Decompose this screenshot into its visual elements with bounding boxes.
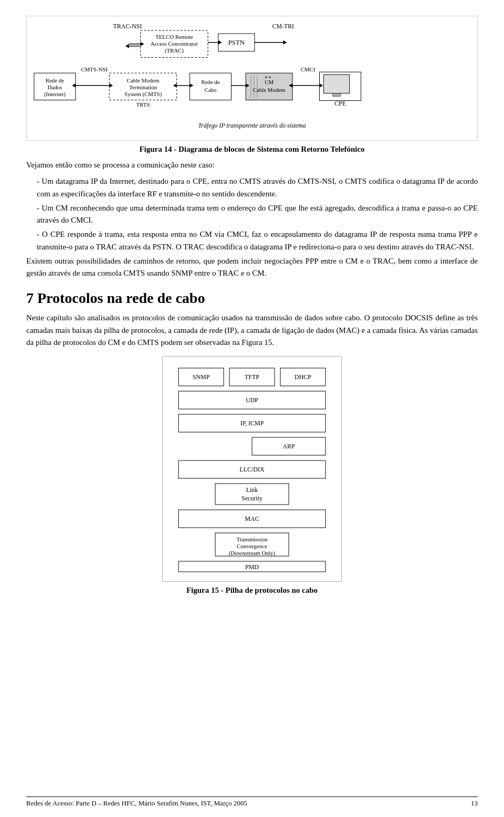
main-content: TRAC-NSI TELCO Remote Access Concentrato… bbox=[26, 16, 478, 785]
paragraph2: - Um CM reconhecendo que uma determinada… bbox=[26, 202, 478, 227]
cm-tri-label: CM-TRI bbox=[272, 23, 295, 30]
section7-title: 7 Protocolos na rede de cabo bbox=[26, 290, 478, 307]
cm-t2: Cable Modem bbox=[253, 87, 286, 93]
paragraph4: Existem outras possibilidades de caminho… bbox=[26, 255, 478, 280]
udp-label: UDP bbox=[246, 396, 258, 404]
protocol-stack-svg: SNMP TFTP DHCP UDP IP, ICMP ARP bbox=[173, 363, 331, 573]
top-diagram: TRAC-NSI TELCO Remote Access Concentrato… bbox=[26, 16, 478, 141]
trac-nsi-label: TRAC-NSI bbox=[113, 23, 142, 30]
paragraph3: - O CPE responde à trama, esta resposta … bbox=[26, 228, 478, 253]
footer-left: Redes de Acesso: Parte D – Redes HFC, Má… bbox=[26, 799, 247, 808]
section7-p1: Neste capítulo são analisados os protoco… bbox=[26, 312, 478, 349]
network-diagram-svg: TRAC-NSI TELCO Remote Access Concentrato… bbox=[29, 20, 475, 136]
figure15-container: SNMP TFTP DHCP UDP IP, ICMP ARP bbox=[26, 356, 478, 582]
footer-right: 13 bbox=[471, 799, 478, 808]
arrowhead3 bbox=[283, 40, 287, 45]
rede-dados-t2: Dados bbox=[48, 84, 62, 90]
link-security-label-line1: Link bbox=[246, 486, 258, 494]
cmts-nsi-label: CMTS-NSI bbox=[81, 66, 108, 72]
tc-label3: (Downstream Only) bbox=[229, 550, 276, 557]
cmts-t3: System (CMTS) bbox=[124, 91, 162, 98]
diagram-caption: Tráfego IP transparente através do siste… bbox=[198, 122, 306, 129]
tftp-label: TFTP bbox=[245, 373, 259, 381]
rede-cabo-t2: Cabo bbox=[204, 87, 216, 93]
figure14-caption: Figura 14 - Diagrama de blocos de Sistem… bbox=[26, 145, 478, 154]
figure15-caption: Figura 15 - Pilha de protocolos no cabo bbox=[26, 586, 478, 595]
cmts-t2: Termination bbox=[129, 84, 157, 90]
llc-label: LLC/DIX bbox=[239, 466, 265, 473]
ip-label: IP, ICMP bbox=[240, 420, 264, 427]
rede-dados-t3: (Internet) bbox=[44, 91, 66, 98]
cmci-label: CMCI bbox=[301, 66, 316, 72]
cpe-label: CPE bbox=[334, 100, 346, 107]
dhcp-label: DHCP bbox=[295, 373, 311, 381]
paragraph1-bullet1: - Um datagrama IP da Internet, destinado… bbox=[26, 175, 478, 200]
cpe-monitor bbox=[323, 75, 349, 93]
footer: Redes de Acesso: Parte D – Redes HFC, Má… bbox=[26, 797, 478, 808]
pstn-text: PSTN bbox=[228, 39, 245, 46]
telco-text2: Access Concentrator bbox=[151, 40, 198, 47]
telco-text1: TELCO Remote bbox=[155, 34, 193, 40]
telco-text3: (TRAC) bbox=[165, 47, 184, 54]
mac-label: MAC bbox=[245, 515, 259, 522]
rede-cabo-t1: Rede de bbox=[201, 79, 219, 85]
link-security-label-line2: Security bbox=[242, 495, 262, 502]
arrowhead1r bbox=[125, 44, 129, 48]
tc-label2: Convergence bbox=[237, 543, 267, 549]
trts-label: TRTS bbox=[136, 101, 150, 108]
cm-dot2 bbox=[269, 76, 271, 78]
arp-label: ARP bbox=[282, 443, 295, 450]
rede-dados-t1: Rede de bbox=[46, 77, 64, 83]
cm-dot1 bbox=[265, 76, 267, 78]
page: TRAC-NSI TELCO Remote Access Concentrato… bbox=[0, 0, 504, 817]
cm-t1: CM bbox=[265, 79, 274, 85]
cmts-t1: Cable Modem bbox=[127, 77, 160, 83]
paragraph1: Vejamos então como se processa a comunic… bbox=[26, 159, 478, 171]
cpe-stand bbox=[332, 93, 341, 97]
protocol-stack-diagram: SNMP TFTP DHCP UDP IP, ICMP ARP bbox=[162, 356, 342, 582]
tc-label1: Transmission bbox=[237, 536, 268, 542]
snmp-label: SNMP bbox=[193, 373, 210, 381]
pmd-label: PMD bbox=[245, 563, 259, 571]
